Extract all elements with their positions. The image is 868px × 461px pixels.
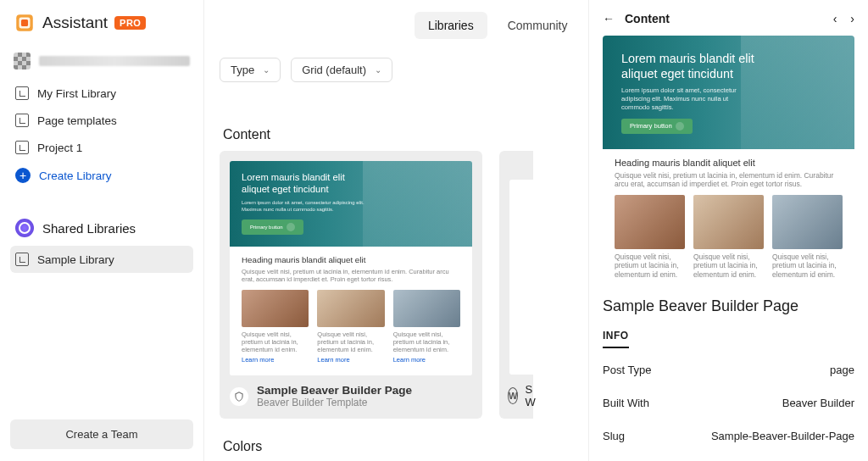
shared-libraries-label: Shared Libraries [42,221,136,236]
plus-icon: + [15,168,31,183]
info-key: Built With [603,397,649,409]
info-value: Sample-Beaver-Builder-Page [711,430,854,442]
info-value: page [830,364,854,376]
content-card[interactable]: Lorem mauris blandit elitaliquet eget ti… [220,151,482,419]
file-icon [15,141,29,154]
learn-more-link: Learn more [772,281,809,282]
thumb-hero: Lorem mauris blandit elitaliquet eget ti… [230,161,472,247]
file-icon [15,253,29,266]
type-select[interactable]: Type ⌄ [220,58,281,82]
card-subtitle-partial: W [525,396,535,408]
thumb-image-grid: Quisque velit nisi, pretium ut lacinia i… [242,290,460,364]
info-value: Beaver Builder [782,397,854,409]
info-key: Post Type [603,364,652,376]
grid-caption: Quisque velit nisi, pretium ut lacinia i… [317,330,384,353]
create-library-button[interactable]: + Create Library [10,161,193,190]
panel-header: ← Content ‹ › [603,12,854,25]
preview-hero-body: Lorem ipsum dolor sit amet, consectetur … [621,86,754,112]
sidebar-item-label: Project 1 [37,142,82,154]
preview-hero: Lorem mauris blandit elitaliquet eget ti… [603,36,854,149]
info-row-slug: Slug Sample-Beaver-Builder-Page [603,419,854,453]
card-title: Sample Beaver Builder Page [257,384,412,397]
learn-more-link: Learn more [242,356,274,364]
grid-image-icon [772,195,843,249]
thumb-row-title: Heading mauris blandit aliquet elit [242,255,460,264]
create-library-label: Create Library [39,169,112,182]
card-footer: W S W [499,375,533,419]
shared-icon [15,219,34,237]
check-icon [676,122,684,131]
grid-caption: Quisque velit nisi, pretium ut lacinia i… [242,330,309,353]
sidebar-item-label: Page templates [37,114,117,127]
assistant-logo-icon [14,12,36,34]
card-thumbnail: Lorem mauris blandit elitaliquet eget ti… [230,161,472,375]
grid-caption: Quisque velit nisi, pretium ut lacinia i… [693,253,764,279]
card-thumbnail [509,180,533,375]
learn-more-link: Learn more [393,356,426,364]
thumb-hero-body: Lorem ipsum dolor sit amet, consectetur … [242,200,377,213]
info-key: Slug [603,430,625,442]
hero-photo-overlay [741,36,854,149]
sidebar-item-label: Sample Library [37,253,114,266]
shared-libraries-section: Shared Libraries Sample Library [10,214,193,273]
preview-body: Heading mauris blandit aliquet elit Quis… [603,149,854,282]
prev-button[interactable]: ‹ [833,12,837,25]
user-name-blurred [39,56,190,66]
sidebar: Assistant PRO My First Library Page temp… [0,0,203,461]
sidebar-item-sample-library[interactable]: Sample Library [10,246,193,273]
svg-rect-2 [21,19,28,26]
thumb-hero-cta: Primary button [242,219,303,235]
logo: Assistant PRO [10,10,193,46]
preview-image-grid: Quisque velit nisi, pretium ut lacinia i… [615,195,843,282]
panel-preview[interactable]: Lorem mauris blandit elitaliquet eget ti… [603,36,854,282]
view-select-label: Grid (default) [302,64,366,76]
sidebar-item-label: My First Library [37,87,116,100]
card-subtitle: Beaver Builder Template [257,397,412,408]
sidebar-item-page-templates[interactable]: Page templates [10,107,193,134]
create-team-button[interactable]: Create a Team [10,419,193,449]
shared-libraries-header[interactable]: Shared Libraries [10,214,193,246]
logo-text: Assistant [42,14,108,32]
pro-badge: PRO [114,16,146,30]
preview-row-title: Heading mauris blandit aliquet elit [615,158,843,168]
user-avatar-icon [14,53,31,69]
file-icon [15,86,29,100]
view-select[interactable]: Grid (default) ⌄ [291,58,392,82]
learn-more-link: Learn more [317,356,349,364]
check-icon [287,223,295,231]
info-row-post-type: Post Type page [603,353,854,386]
preview-row-lorem: Quisque velit nisi, pretium ut lacinia i… [615,171,843,188]
sidebar-item-my-first-library[interactable]: My First Library [10,80,193,107]
detail-panel: ← Content ‹ › Lorem mauris blandit elita… [588,0,868,461]
thumb-body: Heading mauris blandit aliquet elit Quis… [230,247,472,375]
user-row[interactable] [10,46,193,80]
bb-template-icon [230,387,248,406]
card-title-partial: S [525,383,535,396]
preview-hero-cta: Primary button [621,119,693,134]
grid-image-icon [317,290,384,327]
chevron-down-icon: ⌄ [375,65,381,75]
grid-caption: Quisque velit nisi, pretium ut lacinia i… [615,253,685,279]
back-button[interactable]: ← [603,12,615,25]
file-icon [15,114,29,127]
grid-image-icon [393,290,460,327]
info-row-built-with: Built With Beaver Builder [603,386,854,419]
grid-image-icon [615,195,685,249]
next-button[interactable]: › [850,12,854,25]
learn-more-link: Learn more [693,281,730,282]
tab-libraries[interactable]: Libraries [415,12,487,39]
learn-more-link: Learn more [615,281,651,282]
grid-caption: Quisque velit nisi, pretium ut lacinia i… [393,330,460,353]
wordpress-icon: W [508,387,518,404]
content-card-partial[interactable]: W S W [499,151,533,419]
thumb-row-lorem: Quisque velit nisi, pretium ut lacinia i… [242,268,460,283]
grid-caption: Quisque velit nisi, pretium ut lacinia i… [772,253,843,279]
hero-photo-overlay [363,161,472,247]
card-footer: Sample Beaver Builder Page Beaver Builde… [220,375,482,419]
panel-title: Sample Beaver Builder Page [603,297,854,315]
info-tab[interactable]: INFO [603,330,629,348]
grid-image-icon [693,195,764,249]
panel-breadcrumb: Content [625,12,670,25]
tab-community[interactable]: Community [494,12,581,39]
sidebar-item-project-1[interactable]: Project 1 [10,134,193,161]
